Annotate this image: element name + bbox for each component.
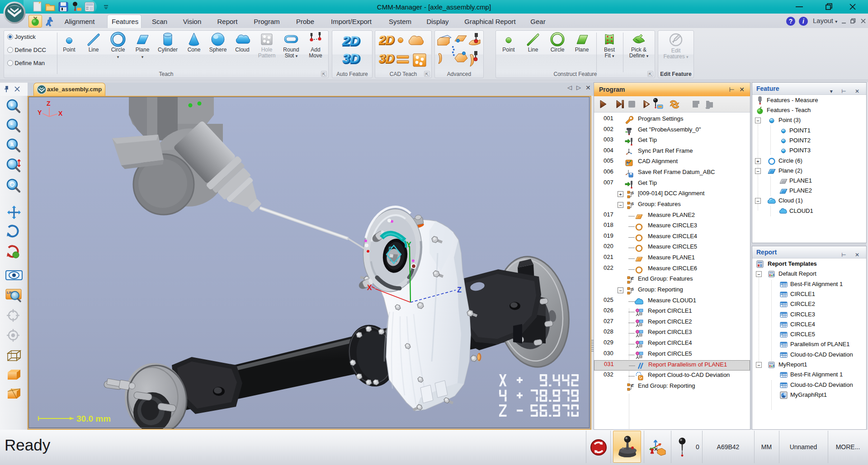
svg-text:Z: Z xyxy=(457,286,462,294)
svg-text:?: ? xyxy=(789,18,793,25)
svg-text:A: A xyxy=(10,142,14,147)
svg-text:2D: 2D xyxy=(379,33,394,47)
svg-text:Y: Y xyxy=(406,241,411,249)
svg-text:3D: 3D xyxy=(379,52,394,66)
svg-text:+: + xyxy=(10,102,14,108)
svg-text:30.0 mm: 30.0 mm xyxy=(76,414,111,423)
svg-text:3D: 3D xyxy=(342,51,359,66)
svg-text:-: - xyxy=(10,120,13,127)
svg-text:Y: Y xyxy=(38,109,42,116)
svg-text:X: X xyxy=(367,284,372,291)
svg-text:Z: Z xyxy=(47,100,51,107)
svg-text:2D: 2D xyxy=(342,33,359,48)
svg-text:X: X xyxy=(58,110,63,117)
